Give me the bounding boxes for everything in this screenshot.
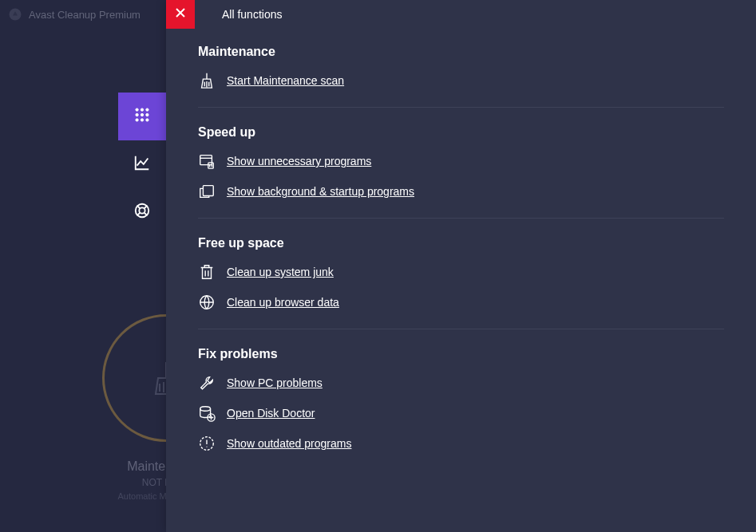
svg-point-6 <box>146 113 148 116</box>
link-clean-up-system-junk[interactable]: Clean up system junk <box>198 263 724 281</box>
app-title: Avast Cleanup Premium <box>29 9 141 21</box>
svg-point-4 <box>136 113 138 116</box>
svg-point-16 <box>200 407 211 412</box>
svg-rect-14 <box>203 186 213 196</box>
window-trash-icon <box>198 152 216 170</box>
all-functions-panel: All functions Maintenance Start Maintena… <box>166 0 756 532</box>
link-start-maintenance-scan[interactable]: Start Maintenance scan <box>198 72 724 89</box>
link-label: Open Disk Doctor <box>227 407 315 420</box>
sidebar <box>118 29 166 532</box>
link-label: Clean up system junk <box>227 266 334 278</box>
disk-doctor-icon <box>198 404 216 422</box>
svg-point-9 <box>146 119 148 121</box>
svg-rect-13 <box>208 163 213 168</box>
svg-point-11 <box>139 207 144 213</box>
trash-icon <box>198 263 216 281</box>
link-label: Show unnecessary programs <box>227 155 371 167</box>
svg-point-8 <box>141 119 143 121</box>
link-show-pc-problems[interactable]: Show PC problems <box>198 374 724 392</box>
link-clean-up-browser-data[interactable]: Clean up browser data <box>198 294 724 311</box>
app-logo-icon <box>8 7 22 22</box>
globe-icon <box>198 294 216 311</box>
close-button[interactable] <box>166 0 195 29</box>
section-title: Speed up <box>198 125 724 140</box>
section-title: Maintenance <box>198 45 724 59</box>
link-show-background-startup-programs[interactable]: Show background & startup programs <box>198 183 724 200</box>
windows-stack-icon <box>198 183 216 200</box>
close-icon <box>175 7 186 22</box>
lifebuoy-icon <box>133 202 151 223</box>
link-show-outdated-programs[interactable]: Show outdated programs <box>198 435 724 452</box>
section-title: Free up space <box>198 236 724 250</box>
wrench-icon <box>198 374 216 392</box>
link-open-disk-doctor[interactable]: Open Disk Doctor <box>198 404 724 422</box>
section-free-up-space: Free up space Clean up system junk Clean… <box>198 236 724 329</box>
link-label: Start Maintenance scan <box>227 74 344 87</box>
panel-body: Maintenance Start Maintenance scan Speed… <box>166 29 756 470</box>
svg-point-5 <box>141 113 143 116</box>
section-fix-problems: Fix problems Show PC problems Open Disk … <box>198 347 724 470</box>
link-label: Clean up browser data <box>227 296 339 309</box>
grid-icon <box>133 106 151 127</box>
link-show-unnecessary-programs[interactable]: Show unnecessary programs <box>198 152 724 170</box>
clock-alert-icon <box>198 435 216 452</box>
svg-point-2 <box>141 108 143 111</box>
svg-point-1 <box>136 108 138 111</box>
sidebar-item-help[interactable] <box>118 188 166 236</box>
sidebar-item-stats[interactable] <box>118 140 166 188</box>
svg-rect-12 <box>200 156 212 165</box>
panel-title: All functions <box>222 8 282 21</box>
svg-point-7 <box>136 119 138 121</box>
sidebar-item-all-functions[interactable] <box>118 93 166 140</box>
link-label: Show outdated programs <box>227 437 351 450</box>
broom-icon <box>198 72 216 89</box>
chart-line-icon <box>133 154 151 175</box>
section-title: Fix problems <box>198 347 724 361</box>
svg-point-3 <box>146 108 148 111</box>
section-maintenance: Maintenance Start Maintenance scan <box>198 45 724 108</box>
panel-header: All functions <box>166 0 756 29</box>
link-label: Show background & startup programs <box>227 185 414 198</box>
link-label: Show PC problems <box>227 376 323 389</box>
section-speed-up: Speed up Show unnecessary programs Show … <box>198 125 724 219</box>
